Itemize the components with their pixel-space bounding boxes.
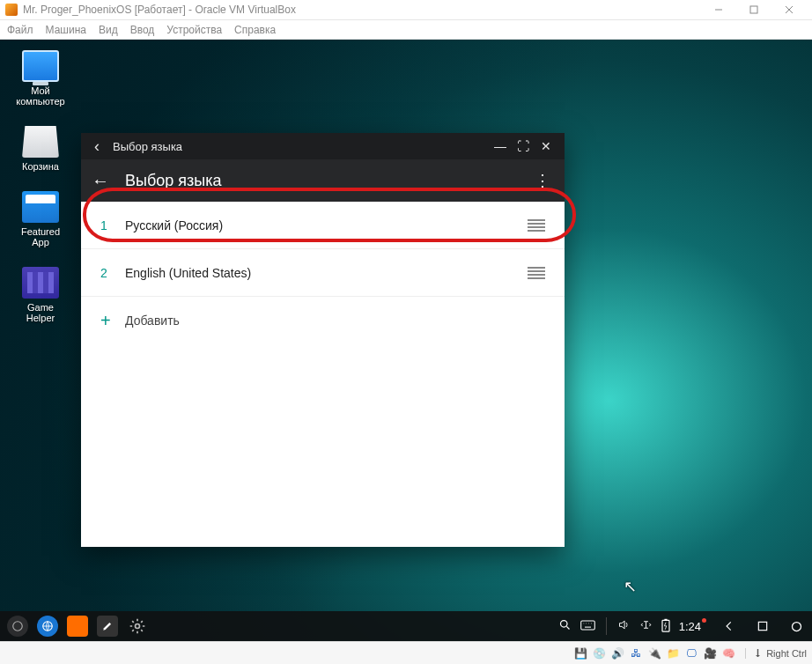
keyboard-icon — [22, 267, 59, 299]
search-icon[interactable] — [558, 618, 572, 634]
vbx-optical-icon[interactable]: 💿 — [592, 646, 606, 660]
virtualbox-title: Mr. Proger_PhoenixOS [Работает] - Oracle… — [23, 4, 296, 16]
desktop-icon-label: Game Helper — [12, 302, 69, 323]
pencil-icon — [101, 620, 114, 632]
taskbar-notes[interactable] — [97, 616, 118, 637]
add-language-row[interactable]: + Добавить — [81, 297, 565, 344]
ethernet-icon[interactable] — [639, 618, 653, 634]
svg-point-18 — [792, 622, 801, 631]
globe-icon — [41, 620, 54, 632]
menu-devices[interactable]: Устройства — [166, 24, 222, 36]
svg-line-8 — [566, 626, 569, 629]
taskbar: 1:24 — [0, 611, 812, 641]
start-button[interactable] — [7, 616, 28, 637]
language-name: English (United States) — [125, 266, 528, 280]
appbar: ← Выбор языка ⋮ — [81, 159, 565, 202]
menu-input[interactable]: Ввод — [130, 24, 155, 36]
window-close-button[interactable]: ✕ — [535, 136, 557, 157]
virtualbox-titlebar: Mr. Proger_PhoenixOS [Работает] - Oracle… — [0, 0, 812, 20]
guest-screen: Мой компьютер Корзина Featured App Game … — [0, 40, 812, 641]
vbx-display-icon[interactable]: 🖵 — [684, 646, 698, 660]
window-titlebar[interactable]: ‹ Выбор языка — ⛶ ✕ — [81, 133, 565, 159]
svg-point-4 — [13, 622, 23, 631]
svg-rect-9 — [580, 621, 594, 630]
vbx-shared-folders-icon[interactable]: 📁 — [666, 646, 680, 660]
window-minimize-button[interactable]: — — [489, 136, 512, 157]
desktop-icon-game-helper[interactable]: Game Helper — [12, 267, 69, 323]
svg-point-6 — [136, 624, 140, 629]
language-row[interactable]: 2 English (United States) — [81, 249, 565, 297]
menu-machine[interactable]: Машина — [46, 24, 86, 36]
desktop-icon-featured-app[interactable]: Featured App — [12, 191, 69, 247]
menu-view[interactable]: Вид — [99, 24, 118, 36]
separator — [606, 617, 607, 635]
svg-rect-16 — [664, 618, 667, 620]
vbx-processor-icon[interactable]: 🧠 — [721, 646, 735, 660]
nav-recent-button[interactable] — [754, 620, 771, 633]
desktop-icon-label: Корзина — [22, 161, 59, 172]
nav-home-button[interactable] — [787, 620, 805, 633]
hostkey-indicator[interactable]: 🠗 Right Ctrl — [745, 648, 807, 659]
vbx-hdd-icon[interactable]: 💾 — [573, 646, 587, 660]
nav-back-button[interactable] — [720, 620, 738, 633]
host-minimize-button[interactable] — [701, 0, 736, 19]
cursor-icon: ↖ — [624, 577, 637, 596]
svg-rect-1 — [750, 6, 757, 13]
battery-icon[interactable] — [661, 618, 670, 635]
arrow-down-box-icon: 🠗 — [753, 648, 763, 659]
nav-buttons — [720, 620, 805, 633]
virtualbox-app-icon — [5, 4, 18, 16]
menu-file[interactable]: Файл — [7, 24, 33, 36]
virtualbox-statusbar: 💾 💿 🔊 🖧 🔌 📁 🖵 🎥 🧠 🠗 Right Ctrl — [0, 641, 812, 664]
window-maximize-button[interactable]: ⛶ — [512, 136, 535, 157]
clock[interactable]: 1:24 — [679, 620, 701, 633]
trash-icon — [22, 126, 59, 158]
hostkey-label: Right Ctrl — [766, 648, 807, 659]
desktop-icon-label: Мой компьютер — [12, 85, 69, 107]
taskbar-left — [7, 616, 148, 637]
volume-icon[interactable] — [617, 618, 631, 634]
language-index: 2 — [100, 266, 125, 280]
taskbar-browser[interactable] — [37, 616, 58, 637]
vbx-recording-icon[interactable]: 🎥 — [703, 646, 717, 660]
host-close-button[interactable] — [771, 0, 807, 19]
menu-help[interactable]: Справка — [234, 24, 276, 36]
add-language-label: Добавить — [125, 314, 180, 328]
vbx-usb-icon[interactable]: 🔌 — [647, 646, 661, 660]
language-list: 1 Русский (Россия) 2 English (United Sta… — [81, 202, 565, 547]
taskbar-filemanager[interactable] — [67, 616, 88, 637]
taskbar-right: 1:24 — [558, 617, 805, 635]
virtualbox-menubar: Файл Машина Вид Ввод Устройства Справка — [0, 20, 812, 40]
desktop-icon-label: Featured App — [12, 226, 69, 247]
language-row[interactable]: 1 Русский (Россия) — [81, 202, 565, 249]
appbar-title: Выбор языка — [125, 172, 535, 190]
chevron-left-icon[interactable]: ‹ — [88, 138, 106, 154]
language-name: Русский (Россия) — [125, 218, 528, 232]
window-title: Выбор языка — [113, 140, 489, 153]
gear-icon — [129, 617, 146, 635]
desktop-icons: Мой компьютер Корзина Featured App Game … — [12, 50, 69, 323]
language-index: 1 — [100, 218, 125, 232]
arrow-left-icon[interactable]: ← — [92, 171, 116, 191]
svg-rect-17 — [758, 622, 766, 630]
taskbar-settings[interactable] — [127, 616, 148, 637]
bag-icon — [22, 191, 59, 223]
more-vert-icon[interactable]: ⋮ — [535, 171, 554, 190]
host-maximize-button[interactable] — [736, 0, 771, 19]
language-window: ‹ Выбор языка — ⛶ ✕ ← Выбор языка ⋮ 1 Ру… — [81, 133, 565, 547]
plus-icon: + — [100, 311, 125, 331]
drag-handle-icon[interactable] — [528, 219, 545, 232]
drag-handle-icon[interactable] — [528, 267, 545, 279]
phoenix-logo-icon — [11, 620, 24, 632]
desktop-icon-trash[interactable]: Корзина — [12, 126, 69, 172]
keyboard-tray-icon[interactable] — [580, 620, 595, 633]
svg-point-7 — [560, 621, 567, 628]
vbx-network-icon[interactable]: 🖧 — [629, 646, 643, 660]
desktop-icon-computer[interactable]: Мой компьютер — [12, 50, 69, 107]
monitor-icon — [22, 50, 59, 82]
vbx-audio-icon[interactable]: 🔊 — [610, 646, 624, 660]
